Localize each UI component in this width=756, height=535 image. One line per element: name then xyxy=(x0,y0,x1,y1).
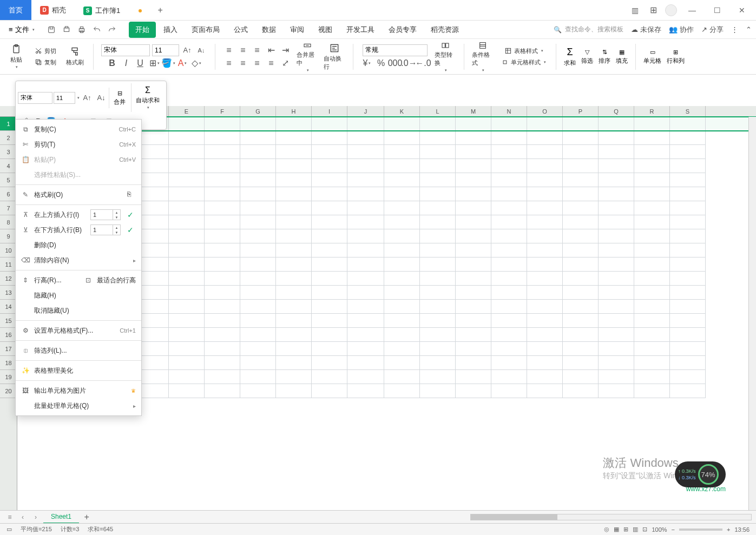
cell-F7[interactable] xyxy=(205,201,240,215)
cell-I19[interactable] xyxy=(312,370,347,384)
cell-N6[interactable] xyxy=(491,187,527,201)
cell-R1[interactable] xyxy=(634,117,670,131)
cell-H20[interactable] xyxy=(276,384,312,398)
cell-I2[interactable] xyxy=(312,131,347,145)
maximize-button[interactable]: ☐ xyxy=(707,1,727,20)
cell-S3[interactable] xyxy=(670,145,706,159)
cell-G1[interactable] xyxy=(240,117,276,131)
cell-L6[interactable] xyxy=(420,187,456,201)
cell-E10[interactable] xyxy=(169,243,205,257)
cell-E3[interactable] xyxy=(169,145,205,159)
cell-H9[interactable] xyxy=(276,229,312,243)
menu-tab-pagelayout[interactable]: 页面布局 xyxy=(185,22,226,38)
cell-L5[interactable] xyxy=(420,173,456,187)
cell-J19[interactable] xyxy=(347,370,384,384)
cell-H1[interactable] xyxy=(276,117,312,131)
spinner-up[interactable]: ▲ xyxy=(113,225,120,230)
cell-M5[interactable] xyxy=(456,173,491,187)
tab-add-button[interactable]: + xyxy=(150,0,170,20)
view-icon-2[interactable]: ▦ xyxy=(614,526,619,533)
cell-G13[interactable] xyxy=(240,286,276,300)
apps-icon[interactable]: ⊞ xyxy=(647,4,660,17)
cell-O10[interactable] xyxy=(527,243,563,257)
align-left[interactable]: ≡ xyxy=(223,57,235,69)
mini-font-size[interactable] xyxy=(54,92,75,104)
cell-O20[interactable] xyxy=(527,384,563,398)
cell-M20[interactable] xyxy=(456,384,491,398)
cell-M2[interactable] xyxy=(456,131,491,145)
cell-I17[interactable] xyxy=(312,342,347,356)
qat-save[interactable] xyxy=(44,23,58,37)
sheet-tab-1[interactable]: Sheet1 xyxy=(43,511,79,524)
cell-R14[interactable] xyxy=(634,300,670,314)
cell-E12[interactable] xyxy=(169,272,205,286)
cell-I13[interactable] xyxy=(312,286,347,300)
cell-O5[interactable] xyxy=(527,173,563,187)
cell-R19[interactable] xyxy=(634,370,670,384)
cell-N7[interactable] xyxy=(491,201,527,215)
cell-O2[interactable] xyxy=(527,131,563,145)
cell-L13[interactable] xyxy=(420,286,456,300)
cell-R8[interactable] xyxy=(634,215,670,229)
underline-button[interactable]: U xyxy=(134,57,146,69)
cell-E7[interactable] xyxy=(169,201,205,215)
cell-F3[interactable] xyxy=(205,145,240,159)
cell-N17[interactable] xyxy=(491,342,527,356)
cell-P14[interactable] xyxy=(563,300,599,314)
cell-S6[interactable] xyxy=(670,187,706,201)
network-monitor-widget[interactable]: ↑ 0.3K/s ↓ 0.3K/s 74% xyxy=(675,461,726,487)
mini-merge[interactable]: ⊟合并 xyxy=(109,88,130,108)
cell-E13[interactable] xyxy=(169,286,205,300)
cell-I16[interactable] xyxy=(312,328,347,342)
align-right[interactable]: ≡ xyxy=(251,57,263,69)
row-header-11[interactable]: 11 xyxy=(0,257,17,272)
cell-S12[interactable] xyxy=(670,272,706,286)
cell-M15[interactable] xyxy=(456,314,491,328)
cell-M3[interactable] xyxy=(456,145,491,159)
sheet-add-button[interactable]: + xyxy=(81,512,92,523)
cell-I8[interactable] xyxy=(312,215,347,229)
cell-G6[interactable] xyxy=(240,187,276,201)
row-header-19[interactable]: 19 xyxy=(0,370,17,384)
cell-J2[interactable] xyxy=(347,131,384,145)
row-header-16[interactable]: 16 xyxy=(0,328,17,342)
col-header-P[interactable]: P xyxy=(563,106,599,116)
menu-tab-dev[interactable]: 开发工具 xyxy=(340,22,381,38)
qat-print[interactable] xyxy=(75,23,89,37)
cell-K15[interactable] xyxy=(384,314,420,328)
cell-S2[interactable] xyxy=(670,131,706,145)
cell-R12[interactable] xyxy=(634,272,670,286)
cell-R3[interactable] xyxy=(634,145,670,159)
format-painter-button[interactable]: 格式刷 xyxy=(64,41,86,72)
cell-R18[interactable] xyxy=(634,356,670,370)
cell-M19[interactable] xyxy=(456,370,491,384)
cell-F18[interactable] xyxy=(205,356,240,370)
cell-O17[interactable] xyxy=(527,342,563,356)
cell-S7[interactable] xyxy=(670,201,706,215)
cell-I12[interactable] xyxy=(312,272,347,286)
more-menu[interactable]: ⋮ xyxy=(731,25,738,34)
cell-R17[interactable] xyxy=(634,342,670,356)
cell-H4[interactable] xyxy=(276,159,312,173)
wrap-button[interactable]: 自动换行 xyxy=(324,41,345,72)
cell-J15[interactable] xyxy=(347,314,384,328)
merge-center-button[interactable]: 合并居中▾ xyxy=(297,41,318,72)
cell-O14[interactable] xyxy=(527,300,563,314)
cell-Q16[interactable] xyxy=(599,328,634,342)
row-header-1[interactable]: 1 xyxy=(0,117,17,131)
cell-N1[interactable] xyxy=(491,117,527,131)
cell-K1[interactable] xyxy=(384,117,420,131)
cell-P5[interactable] xyxy=(563,173,599,187)
cell-O12[interactable] xyxy=(527,272,563,286)
cell-O7[interactable] xyxy=(527,201,563,215)
cell-I11[interactable] xyxy=(312,257,347,272)
cell-P4[interactable] xyxy=(563,159,599,173)
cell-J9[interactable] xyxy=(347,229,384,243)
panel-icon[interactable]: ▥ xyxy=(628,4,641,17)
cell-F2[interactable] xyxy=(205,131,240,145)
cell-K20[interactable] xyxy=(384,384,420,398)
cell-L4[interactable] xyxy=(420,159,456,173)
cell-L2[interactable] xyxy=(420,131,456,145)
cell-P10[interactable] xyxy=(563,243,599,257)
cell-J18[interactable] xyxy=(347,356,384,370)
